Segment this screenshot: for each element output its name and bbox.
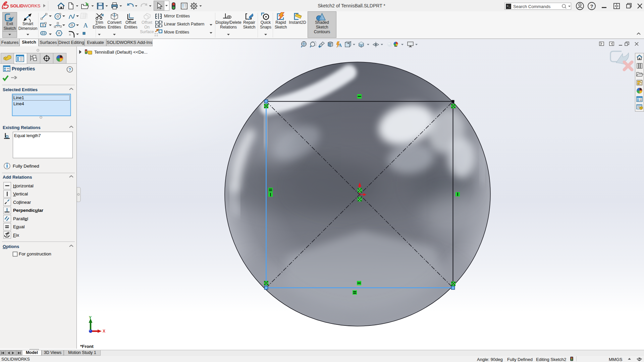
svg-text:A: A bbox=[338, 43, 342, 48]
